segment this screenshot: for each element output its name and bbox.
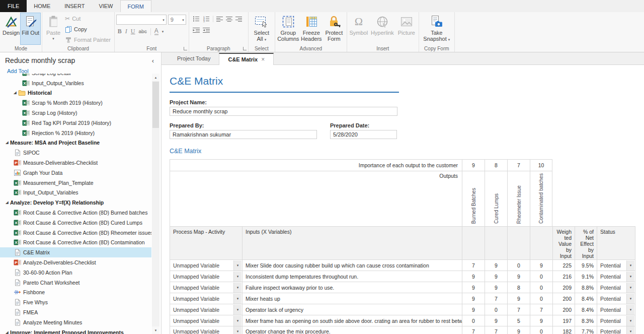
tree-section-header[interactable]: ◢Analyze: Develop Y=f(X) Relationship (0, 197, 151, 208)
tab-view[interactable]: VIEW (92, 0, 120, 12)
score-cell[interactable]: 7 (462, 259, 485, 271)
tree-item[interactable]: Graph Your Data (0, 168, 151, 178)
tree-item[interactable]: XRoot Cause & Corrective Action (8D) Bur… (0, 208, 151, 218)
dropdown-arrow-icon[interactable]: ▾ (626, 294, 634, 304)
scrollbar-thumb[interactable] (152, 82, 159, 128)
activity-dropdown[interactable]: Unmapped Variable▾ (170, 304, 242, 315)
activity-dropdown[interactable]: Unmapped Variable▾ (170, 259, 242, 271)
score-cell[interactable]: 9 (485, 315, 507, 326)
score-cell[interactable]: 9 (530, 259, 552, 271)
scroll-up-icon[interactable]: ▲ (152, 74, 159, 81)
score-cell[interactable]: 9 (507, 326, 530, 334)
input-variable-field[interactable]: Mixer Slide door causing rubber build up… (242, 259, 462, 271)
score-cell[interactable]: 0 (530, 282, 552, 293)
tab-home[interactable]: HOME (27, 0, 57, 12)
tree-item[interactable]: XScrap Log (History) (0, 108, 151, 118)
status-dropdown[interactable]: Potential▾ (597, 293, 635, 304)
tree-item[interactable]: XInput_Output_Varibles (0, 78, 151, 88)
prepared-date-field[interactable]: 5/28/2020 (330, 130, 397, 139)
tree-item[interactable]: 30-60-90 Action Plan (0, 268, 151, 278)
picture-button[interactable]: Picture (396, 13, 417, 44)
score-cell[interactable]: 0 (530, 271, 552, 282)
input-variable-field[interactable]: Operator change the mix procedure. (242, 326, 462, 334)
score-cell[interactable]: 9 (530, 315, 552, 326)
importance-value[interactable]: 8 (485, 159, 507, 171)
tree-item[interactable]: XRed Tag KPI Portal 2019 (History) (0, 118, 151, 128)
tree-item[interactable]: ◢Historical (0, 88, 151, 98)
tab-ce-matrix[interactable]: C&E Matrix × (219, 53, 274, 65)
tab-close-icon[interactable]: × (261, 54, 265, 65)
dropdown-arrow-icon[interactable]: ▾ (233, 260, 242, 271)
increase-indent-button[interactable] (203, 27, 210, 33)
sidebar-scrollbar[interactable]: ▲ ▼ (152, 74, 159, 334)
status-dropdown[interactable]: Potential▾ (597, 326, 635, 334)
importance-value[interactable]: 9 (462, 159, 485, 171)
paste-button[interactable]: Paste ▾ (44, 13, 63, 44)
tree-item[interactable]: XRejection % 2019 (History) (0, 128, 151, 138)
score-cell[interactable]: 0 (530, 326, 552, 334)
importance-value[interactable]: 10 (530, 159, 552, 171)
tree-item[interactable]: C&E Matrix (0, 247, 151, 257)
group-columns-button[interactable]: Group Columns (277, 13, 300, 44)
tree-item[interactable]: XScrap Log Detail (0, 74, 151, 78)
tree-item[interactable]: PMeasure-Deliverables-Checklist (0, 158, 151, 168)
score-cell[interactable]: 0 (507, 259, 530, 271)
score-cell[interactable]: 9 (485, 282, 507, 293)
expand-triangle-icon[interactable]: ◢ (4, 330, 10, 334)
numbered-list-button[interactable]: 123 (203, 16, 210, 22)
font-color-button[interactable]: A (154, 28, 158, 35)
tree-item[interactable]: XScrap % Month 2019 (History) (0, 98, 151, 108)
score-cell[interactable]: 9 (485, 259, 507, 271)
design-button[interactable]: Design (2, 13, 21, 44)
dropdown-arrow-icon[interactable]: ▾ (233, 326, 242, 334)
score-cell[interactable]: 0 (462, 315, 485, 326)
dropdown-arrow-icon[interactable]: ▾ (233, 294, 242, 304)
score-cell[interactable]: 7 (462, 326, 485, 334)
input-variable-field[interactable]: Mixer heats up (242, 293, 462, 304)
status-dropdown[interactable]: Potential▾ (597, 259, 635, 271)
dropdown-arrow-icon[interactable]: ▾ (233, 272, 242, 282)
tree-item[interactable]: XInput_Output_Variables (0, 188, 151, 198)
tree-item[interactable]: XRoot Cause & Corrective Action (8D) Rhe… (0, 228, 151, 238)
format-painter-button[interactable]: Format Painter (63, 34, 113, 45)
output-column-header[interactable]: Rheometer Issue (507, 171, 530, 226)
status-dropdown[interactable]: Potential▾ (597, 282, 635, 293)
symbol-button[interactable]: Ω Symbol (349, 13, 369, 44)
italic-button[interactable]: I (125, 28, 127, 35)
tree-item[interactable]: XRoot Cause & Corrective Action (8D) Cur… (0, 218, 151, 228)
tree-item[interactable]: XMeasurement_Plan_Template (0, 178, 151, 188)
output-column-header[interactable]: Cured Lumps (485, 171, 507, 226)
decrease-indent-button[interactable] (193, 27, 200, 33)
input-variable-field[interactable]: Mixer frame has an opening on south side… (242, 315, 462, 326)
score-cell[interactable]: 9 (462, 282, 485, 293)
tree-item[interactable]: SIPOC (0, 148, 151, 158)
tab-project-today[interactable]: Project Today (169, 52, 219, 64)
scroll-down-icon[interactable]: ▼ (152, 326, 159, 334)
activity-dropdown[interactable]: Unmapped Variable▾ (170, 315, 242, 326)
input-variable-field[interactable]: Failure inspect workaway prior to use. (242, 282, 462, 293)
prepared-by-field[interactable]: Ramakrishnan sukumar (170, 130, 317, 139)
dropdown-arrow-icon[interactable]: ▾ (626, 283, 634, 293)
tree-item[interactable]: Analyze Meeting Minutes (0, 317, 151, 327)
project-name-field[interactable]: Reduce monthly scrap (170, 107, 397, 116)
dropdown-arrow-icon[interactable]: ▾ (626, 272, 634, 282)
score-cell[interactable]: 7 (485, 293, 507, 304)
dropdown-arrow-icon[interactable]: ▾ (626, 316, 634, 326)
activity-dropdown[interactable]: Unmapped Variable▾ (170, 293, 242, 304)
score-cell[interactable]: 7 (485, 326, 507, 334)
score-cell[interactable]: 0 (485, 304, 507, 315)
freeze-headers-button[interactable]: Freeze Headers (300, 13, 323, 44)
tree-section-header[interactable]: ◢Improve: Implement Proposed Improvement… (0, 327, 151, 334)
dropdown-arrow-icon[interactable]: ▾ (233, 305, 242, 315)
protect-form-button[interactable]: Protect Form (323, 13, 345, 44)
score-cell[interactable]: 9 (485, 271, 507, 282)
select-all-button[interactable]: Select All ▾ (250, 13, 273, 44)
tab-file[interactable]: FILE (0, 0, 27, 12)
score-cell[interactable]: 9 (507, 271, 530, 282)
tab-insert[interactable]: INSERT (57, 0, 92, 12)
bold-button[interactable]: B (118, 28, 122, 35)
tree-item[interactable]: Five Whys (0, 297, 151, 307)
importance-value[interactable]: 7 (507, 159, 530, 171)
align-left-button[interactable] (216, 16, 223, 22)
fill-out-button[interactable]: Fill Out (21, 13, 40, 44)
